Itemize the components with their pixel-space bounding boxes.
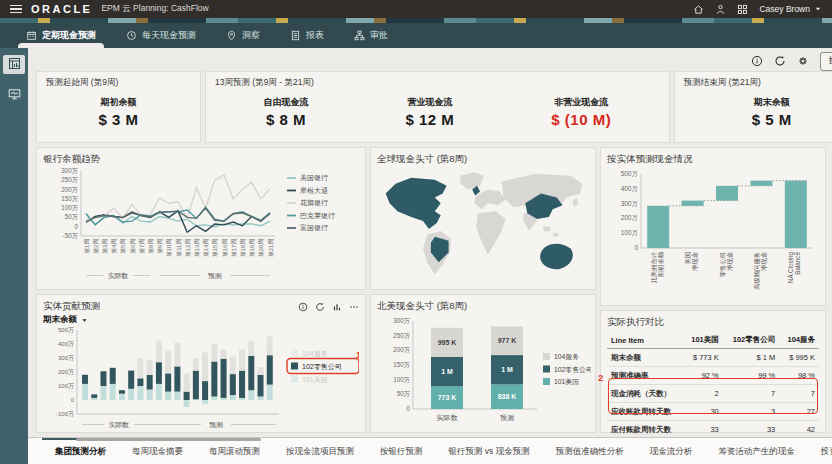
refresh-icon[interactable] xyxy=(315,302,325,312)
oracle-logo: ORACLE xyxy=(31,3,92,15)
waterfall-bar[interactable] xyxy=(716,186,738,201)
nav-tab-clock[interactable]: 每天现金预测 xyxy=(114,23,208,48)
home-icon[interactable] xyxy=(693,4,704,15)
legend-item-102零售公司[interactable]: 102零售公司 xyxy=(291,363,342,372)
legend-item-摩根大通[interactable]: 摩根大通 xyxy=(287,186,328,194)
legend-item-104服务[interactable]: 104服务 xyxy=(543,353,579,360)
bottom-tab[interactable]: 按银行预测 xyxy=(367,438,436,464)
info-icon[interactable] xyxy=(751,55,763,67)
dashboard-icon xyxy=(8,56,21,74)
legend-item-美国银行[interactable]: 美国银行 xyxy=(287,174,328,182)
kpi-metric-label: 营业现金流 xyxy=(406,96,455,109)
legend-item-富国银行[interactable]: 富国银行 xyxy=(287,223,328,232)
svg-text:预测: 预测 xyxy=(208,272,222,280)
entity-contribution-chart[interactable]: 500万400万300万200万100万0-100万实际数预测104服务102零… xyxy=(43,326,359,436)
bottom-tabs-list: 集团预测分析每周现金摘要每周滚动预测按现金流项目预测按银行预测银行预测 vs 现… xyxy=(42,438,832,464)
accessibility-icon[interactable] xyxy=(715,4,726,15)
svg-text:1 M: 1 M xyxy=(501,366,513,373)
chevron-down-icon xyxy=(814,5,822,13)
region-australia[interactable] xyxy=(540,244,573,270)
svg-text:第5周: 第5周 xyxy=(120,239,126,254)
menu-icon[interactable] xyxy=(10,5,22,14)
nav-tab-calendar[interactable]: 定期现金预测 xyxy=(14,23,108,48)
legend-item-102零售公司[interactable]: 102零售公司 xyxy=(543,366,591,374)
svg-text:838 K: 838 K xyxy=(498,393,517,400)
entity-waterfall-chart[interactable]: 500万400万300万200万100万0北美洲合计期初余额美国净现金零售公司净… xyxy=(607,166,819,308)
waterfall-bar[interactable] xyxy=(785,181,807,248)
bottom-tab[interactable]: 现金流分析 xyxy=(637,438,706,464)
module-nav: 定期现金预测每天现金预测洞察报表审批 xyxy=(0,23,832,48)
nav-tab-doc[interactable]: 报表 xyxy=(278,23,336,48)
refresh-icon[interactable] xyxy=(774,55,786,67)
waterfall-bar[interactable] xyxy=(750,181,772,186)
nav-tab-label: 洞察 xyxy=(242,29,260,42)
legend-item-104服务[interactable]: 104服务 xyxy=(291,350,328,358)
panel-global-cash-position: 全球现金头寸 (第8周) xyxy=(370,147,596,290)
svg-text:200万: 200万 xyxy=(61,186,78,193)
info-icon[interactable] xyxy=(298,302,308,312)
region-north-america[interactable] xyxy=(386,178,447,229)
apps-grid-icon[interactable] xyxy=(737,4,748,15)
svg-text:第18周: 第18周 xyxy=(240,239,246,257)
user-name: Casey Brown xyxy=(759,4,810,14)
bottom-tab[interactable]: 按现金流项目预测 xyxy=(273,438,367,464)
svg-text:300万: 300万 xyxy=(61,167,78,174)
nav-tab-label: 每天现金预测 xyxy=(142,29,196,42)
svg-text:-50万: -50万 xyxy=(63,232,78,239)
bottom-tab[interactable]: 每周滚动预测 xyxy=(196,438,273,464)
bottom-tab[interactable]: 预测值准确性分析 xyxy=(543,438,637,464)
svg-text:期初余额: 期初余额 xyxy=(657,251,665,277)
app-title: EPM 云 Planning: CashFlow xyxy=(101,3,208,15)
actions-button[interactable]: 操作 xyxy=(820,52,832,71)
table-header-row: Line Item101美国102零售公司104服务 xyxy=(607,332,819,349)
sidebar-item-dashboards[interactable] xyxy=(3,55,25,74)
pin-icon xyxy=(226,30,237,41)
bank-trend-chart[interactable]: 300万250万200万150万100万50万0-50万第1周第2周第3周第4周… xyxy=(43,166,359,290)
svg-text:预测: 预测 xyxy=(209,421,223,429)
legend-item-巴克莱银行[interactable]: 巴克莱银行 xyxy=(287,212,335,220)
bottom-tab[interactable]: 银行预测 vs 现金预测 xyxy=(436,438,543,464)
chart-title: 银行余额趋势 xyxy=(43,153,359,166)
sidebar-item-infolets[interactable] xyxy=(3,86,25,105)
legend-item-花旗银行[interactable]: 花旗银行 xyxy=(287,199,328,207)
kpi-row: 预测起始周 (第9周) 期初余额 $ 3 M 13周预测 (第9周 - 第21周… xyxy=(36,71,832,143)
kpi-metric-value: $ 3 M xyxy=(98,111,138,128)
kpi-tile-13-week-forecast: 13周预测 (第9周 - 第21周) 自由现金流 $ 8 M 营业现金流 $ 1… xyxy=(205,71,670,143)
svg-text:美国银行: 美国银行 xyxy=(300,174,328,182)
settings-gear-icon[interactable] xyxy=(797,55,809,67)
kpi-group-label: 13周预测 (第9周 - 第21周) xyxy=(215,77,660,89)
bottom-tab[interactable]: 投资 xyxy=(808,438,832,464)
caret-down-icon xyxy=(81,317,88,324)
nav-tab-org[interactable]: 审批 xyxy=(342,23,400,48)
svg-text:977 K: 977 K xyxy=(498,337,517,344)
nav-tab-label: 定期现金预测 xyxy=(42,29,96,42)
svg-text:104服务: 104服务 xyxy=(302,350,328,357)
na-cash-position-chart[interactable]: 300万250万200万150万100万50万0773 K1 M995 K实际数… xyxy=(377,313,589,433)
svg-text:200万: 200万 xyxy=(393,346,410,353)
doc-icon xyxy=(290,30,301,41)
kpi-tile-forecast-end: 预测结束周 (第21周) 期末余额 $ 5 M xyxy=(674,71,832,143)
waterfall-bar[interactable] xyxy=(682,201,704,206)
bottom-tab[interactable]: 每周现金摘要 xyxy=(119,438,196,464)
bottom-tab[interactable]: 集团预测分析 xyxy=(42,438,119,464)
kpi-group-label: 预测起始周 (第9周) xyxy=(46,77,191,89)
world-map[interactable] xyxy=(377,166,589,286)
bottom-tab[interactable]: 筹资活动产生的现金 xyxy=(705,438,808,464)
chart-title: 实体贡献预测 xyxy=(43,300,100,313)
waterfall-bar[interactable] xyxy=(647,206,669,248)
user-menu[interactable]: Casey Brown xyxy=(759,4,822,14)
table-row: 预测准确率92 %99 %98 % xyxy=(607,367,819,385)
panel-entity-contribution: 实体贡献预测 期末余额 500万400万30 xyxy=(36,294,366,433)
more-options-icon[interactable] xyxy=(349,302,359,312)
legend-item-101美国[interactable]: 101美国 xyxy=(291,376,328,385)
kpi-metric-label: 期初余额 xyxy=(98,96,138,109)
legend-item-101美国[interactable]: 101美国 xyxy=(543,378,579,386)
nav-tab-pin[interactable]: 洞察 xyxy=(214,23,272,48)
chart-type-icon[interactable] xyxy=(332,302,342,312)
comparison-table: Line Item101美国102零售公司104服务 期末余额$ 773 K$ … xyxy=(607,332,819,439)
svg-text:第12周: 第12周 xyxy=(185,239,191,257)
measure-selector[interactable]: 期末余额 xyxy=(43,314,359,326)
svg-text:200万: 200万 xyxy=(58,369,74,375)
svg-text:100万: 100万 xyxy=(58,383,74,389)
svg-text:第8周: 第8周 xyxy=(148,239,154,254)
